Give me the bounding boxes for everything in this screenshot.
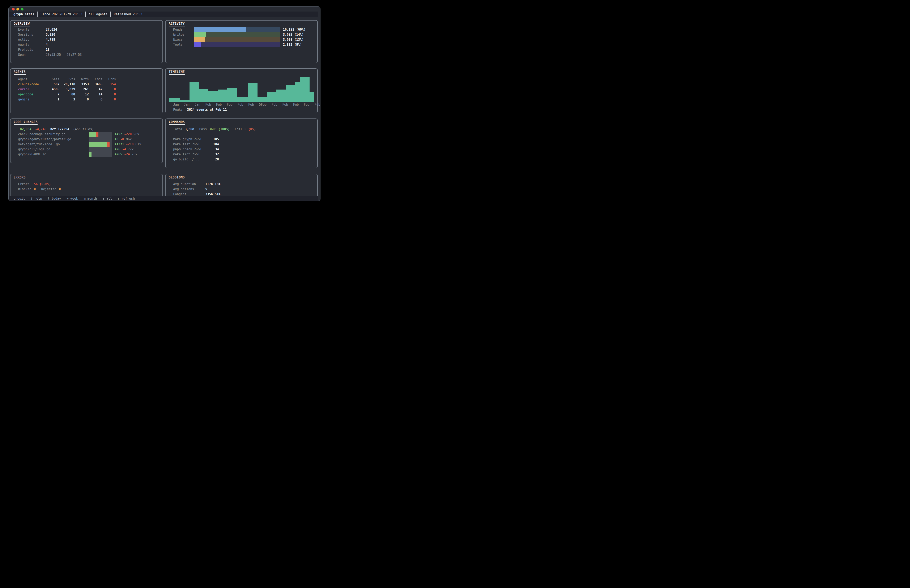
overview-row: Events27,024 <box>10 27 162 32</box>
timeline-bar <box>180 100 189 102</box>
timeline-bar <box>169 98 180 102</box>
terminal-window: gryph stats Since 2026-01-29 20:53 all a… <box>8 6 321 201</box>
minimize-window-icon[interactable] <box>16 8 19 10</box>
activity-row: Execs 3,608 (13%) <box>165 37 317 42</box>
net-lines: net +77294 <box>50 127 69 131</box>
traffic-lights <box>12 8 24 10</box>
shortcut-all[interactable]: aall <box>103 197 112 200</box>
sessions-panel: SESSIONS Avg duration117h 18m Avg action… <box>165 174 318 196</box>
activity-row: Writes 3,692 (14%) <box>165 32 317 37</box>
shortcut-refresh[interactable]: rrefresh <box>118 197 135 200</box>
timeline-bar <box>295 82 300 102</box>
panel-title: ERRORS <box>14 176 26 180</box>
close-window-icon[interactable] <box>12 8 15 10</box>
commands-summary: Total3,608Pass3608 (100%)Fail0 (0%) <box>165 127 317 132</box>
panel-title: ACTIVITY <box>169 22 185 26</box>
diff-bar <box>89 132 112 137</box>
code-change-row: gryph/agent/cursor/parser.go +0 -0 96x <box>10 137 162 142</box>
timeline-bar <box>227 88 237 102</box>
app-title: gryph stats <box>13 12 37 16</box>
code-change-row: vet/agent/tui/model.go +1271 -210 81x <box>10 142 162 147</box>
header-scope: all agents <box>86 12 110 16</box>
command-row: make test 2>&1104 <box>173 142 317 147</box>
code-changes-panel: CODE CHANGES +82,034-4,740net +77294(455… <box>10 118 163 163</box>
timeline-bar <box>309 92 314 102</box>
code-changes-summary: +82,034-4,740net +77294(455 files) <box>10 127 162 132</box>
command-row: go build ./...28 <box>173 157 317 162</box>
timeline-panel: TIMELINE Jan Jan Jan Feb Feb Feb Feb Feb… <box>165 68 318 113</box>
spacer <box>165 132 317 137</box>
status-bar: qquit ?help ttoday wweek mmonth aall rre… <box>9 196 318 201</box>
timeline-bar <box>209 91 218 102</box>
diff-bar <box>89 147 112 152</box>
timeline-bar <box>218 90 227 102</box>
timeline-bar <box>276 90 286 102</box>
command-row: make gryph 2>&1105 <box>173 137 317 142</box>
panel-title: OVERVIEW <box>14 22 29 26</box>
overview-row: Sessions5,020 <box>10 32 162 37</box>
command-row: make lint 2>&132 <box>173 152 317 157</box>
timeline-bar <box>248 83 257 102</box>
diff-bar <box>89 137 112 142</box>
timeline-axis-labels: Jan Jan Jan Feb Feb Feb Feb Feb 5Feb Feb… <box>165 102 317 107</box>
lines-removed: -4,740 <box>35 127 46 131</box>
header-refreshed: Refreshed 20:53 <box>111 12 145 16</box>
sessions-row: Avg duration117h 18m <box>165 182 317 187</box>
timeline-peak: Peak: 3624 events at Feb 11 <box>165 107 317 112</box>
shortcut-month[interactable]: mmonth <box>84 197 97 200</box>
activity-row: Tools 2,332 (9%) <box>165 42 317 47</box>
activity-panel: ACTIVITY Reads 16,193 (60%) Writes 3,692… <box>165 20 318 63</box>
activity-row: Reads 16,193 (60%) <box>165 27 317 32</box>
agents-table-row: claude-code 507 20,118 3353 3465 154 <box>18 82 162 87</box>
panel-title: SESSIONS <box>169 176 185 180</box>
diff-bar <box>89 142 112 147</box>
command-row: pnpm check 2>&134 <box>173 147 317 152</box>
sessions-row: Avg actions5 <box>165 187 317 192</box>
errors-panel: ERRORS Errors156 (0.6%) Blocked0Rejected… <box>10 174 163 196</box>
agents-table-row: gemini 1 3 0 0 0 <box>18 97 162 102</box>
commands-panel: COMMANDS Total3,608Pass3608 (100%)Fail0 … <box>165 118 318 168</box>
panel-title: TIMELINE <box>169 70 185 75</box>
blocked-rejected-row: Blocked0Rejected0 <box>10 187 162 192</box>
header-since: Since 2026-01-29 20:53 <box>37 12 85 16</box>
agents-panel: AGENTS Agent Sess Evts Wrts Cmds Errs cl… <box>10 68 163 113</box>
agents-table-header: Agent Sess Evts Wrts Cmds Errs <box>18 77 162 82</box>
code-change-row: gryph/README.md +265 -24 70x <box>10 152 162 157</box>
overview-row: Active4,799 <box>10 37 162 42</box>
agents-table-row: cursor 4505 5,029 261 42 0 <box>18 87 162 92</box>
lines-added: +82,034 <box>18 127 31 131</box>
errors-row: Errors156 (0.6%) <box>10 182 162 187</box>
shortcut-today[interactable]: ttoday <box>48 197 61 200</box>
overview-row: Span20:53:25 - 20:27:53 <box>10 52 162 57</box>
tools-bar <box>194 42 280 47</box>
timeline-bar <box>300 77 309 102</box>
timeline-bar <box>257 97 267 102</box>
window-titlebar[interactable] <box>9 6 320 11</box>
overview-panel: OVERVIEW Events27,024 Sessions5,020 Acti… <box>10 20 163 63</box>
screen: gryph stats Since 2026-01-29 20:53 all a… <box>0 0 329 213</box>
shortcut-week[interactable]: wweek <box>67 197 78 200</box>
timeline-histogram <box>169 77 314 102</box>
overview-row: Agents4 <box>10 42 162 47</box>
panel-title: COMMANDS <box>169 120 185 125</box>
writes-bar <box>194 32 280 37</box>
diff-bar <box>89 152 112 157</box>
timeline-bar <box>286 85 295 102</box>
zoom-window-icon[interactable] <box>21 8 24 10</box>
app-header: gryph stats Since 2026-01-29 20:53 all a… <box>9 11 318 17</box>
overview-row: Projects18 <box>10 47 162 52</box>
timeline-bar <box>267 92 276 102</box>
shortcut-help[interactable]: ?help <box>31 197 42 200</box>
execs-bar <box>194 37 280 42</box>
timeline-bar <box>189 82 199 102</box>
timeline-bar <box>237 97 248 102</box>
timeline-bar <box>199 89 209 102</box>
code-change-row: gryph/cli/logs.go +26 -4 72x <box>10 147 162 152</box>
shortcut-quit[interactable]: qquit <box>14 197 25 200</box>
reads-bar <box>194 27 280 32</box>
agents-table-row: opencode 7 88 12 14 0 <box>18 92 162 97</box>
files-count: (455 files) <box>73 127 94 131</box>
panel-title: AGENTS <box>14 70 26 75</box>
code-change-row: check_package_security.go +452 -220 98x <box>10 132 162 137</box>
panel-title: CODE CHANGES <box>14 120 37 125</box>
